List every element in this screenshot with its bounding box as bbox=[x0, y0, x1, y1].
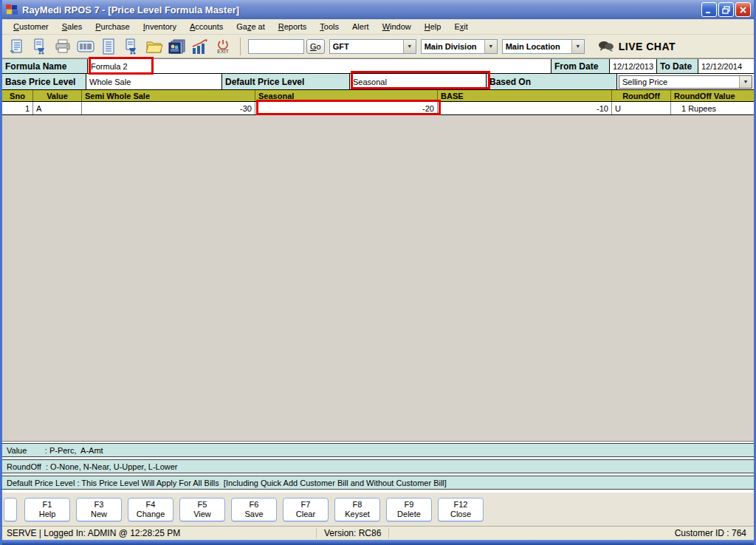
from-date-value[interactable]: 12/12/2013 bbox=[610, 59, 657, 73]
go-button[interactable]: Go bbox=[306, 39, 325, 54]
col-header-roundoff[interactable]: RoundOff bbox=[612, 90, 671, 101]
col-header-value[interactable]: Value bbox=[33, 90, 82, 101]
col-header-roundoff-value[interactable]: RoundOff Value bbox=[671, 90, 754, 101]
cell-base[interactable]: -10 bbox=[438, 102, 612, 114]
menu-exit[interactable]: Exit bbox=[447, 21, 474, 32]
based-on-select[interactable]: Selling Price ▼ bbox=[619, 75, 752, 89]
status-bar: SERVE | Logged In: ADMIN @ 12:28:25 PM V… bbox=[2, 526, 754, 540]
menu-window[interactable]: Window bbox=[376, 21, 418, 32]
chevron-down-icon[interactable]: ▼ bbox=[739, 76, 752, 88]
toolbar-separator bbox=[240, 38, 241, 55]
formula-name-label: Formula Name bbox=[2, 59, 88, 73]
base-price-level-label: Base Price Level bbox=[2, 74, 86, 89]
invoice-icon[interactable] bbox=[7, 36, 27, 57]
blank-button[interactable] bbox=[4, 498, 17, 521]
col-header-semi-whole-sale[interactable]: Semi Whole Sale bbox=[82, 90, 255, 101]
minimize-icon bbox=[705, 6, 713, 14]
location-select[interactable]: Main Location ▼ bbox=[502, 39, 585, 54]
formula-name-row: Formula Name From Date 12/12/2013 To Dat… bbox=[2, 58, 754, 74]
f1-help-button[interactable]: F1Help bbox=[24, 498, 70, 521]
company-select-value: GFT bbox=[330, 42, 403, 51]
formula-name-input[interactable] bbox=[88, 59, 551, 73]
app-logo-icon bbox=[5, 4, 18, 16]
title-bar: RayMedi RPOS 7 - [Price Level Formula Ma… bbox=[2, 0, 754, 19]
close-icon bbox=[739, 6, 747, 14]
cell-sno[interactable]: 1 bbox=[2, 102, 33, 114]
chevron-down-icon[interactable]: ▼ bbox=[571, 40, 584, 53]
toolbar: EXIT Go GFT ▼ Main Division ▼ Main Locat… bbox=[2, 35, 754, 58]
sales-cart-icon[interactable] bbox=[30, 36, 50, 57]
f12-close-button[interactable]: F12Close bbox=[438, 498, 484, 521]
menu-tools[interactable]: Tools bbox=[313, 21, 346, 32]
purchase-cart-icon[interactable] bbox=[121, 36, 142, 57]
cell-roundoff[interactable]: U bbox=[612, 102, 671, 114]
menu-help[interactable]: Help bbox=[418, 21, 448, 32]
menu-sales[interactable]: Sales bbox=[55, 21, 89, 32]
chevron-down-icon[interactable]: ▼ bbox=[484, 40, 497, 53]
col-header-sno[interactable]: Sno bbox=[2, 90, 33, 101]
legend-value-line: Value : P-Perc, A-Amt bbox=[2, 443, 754, 457]
division-select[interactable]: Main Division ▼ bbox=[421, 39, 498, 54]
legend-roundoff-line: RoundOff : O-None, N-Near, U-Upper, L-Lo… bbox=[2, 459, 754, 473]
app-window: RayMedi RPOS 7 - [Price Level Formula Ma… bbox=[0, 0, 756, 545]
menu-bar: Customer Sales Purchase Inventory Accoun… bbox=[2, 19, 754, 35]
f9-delete-button[interactable]: F9Delete bbox=[386, 498, 432, 521]
col-header-base[interactable]: BASE bbox=[438, 90, 612, 101]
based-on-select-value: Selling Price bbox=[619, 78, 739, 86]
exit-icon-caption: EXIT bbox=[217, 49, 229, 54]
f5-view-button[interactable]: F5View bbox=[179, 498, 225, 521]
menu-reports[interactable]: Reports bbox=[272, 21, 314, 32]
cell-roundoff-value[interactable]: 1 Rupees bbox=[671, 102, 754, 114]
legend-panel: Value : P-Perc, A-Amt RoundOff : O-None,… bbox=[2, 441, 754, 492]
cell-seasonal[interactable]: -20 bbox=[255, 102, 438, 114]
window-title: RayMedi RPOS 7 - [Price Level Formula Ma… bbox=[22, 4, 700, 16]
f4-change-button[interactable]: F4Change bbox=[128, 498, 173, 521]
price-level-row: Base Price Level Default Price Level Bas… bbox=[2, 74, 754, 90]
quick-search-input[interactable] bbox=[248, 39, 304, 54]
default-price-level-input[interactable] bbox=[350, 74, 486, 89]
menu-gaze-at[interactable]: Gaze at bbox=[230, 21, 272, 32]
menu-accounts[interactable]: Accounts bbox=[183, 21, 230, 32]
chat-bubbles-icon bbox=[598, 41, 614, 52]
status-logged-in: SERVE | Logged In: ADMIN @ 12:28:25 PM bbox=[2, 528, 317, 538]
to-date-label: To Date bbox=[657, 59, 698, 73]
table-row[interactable]: 1 A -30 -20 -10 U 1 Rupees bbox=[2, 102, 754, 115]
chevron-down-icon[interactable]: ▼ bbox=[403, 40, 416, 53]
live-chat-button[interactable]: LIVE CHAT bbox=[598, 41, 676, 52]
company-select[interactable]: GFT ▼ bbox=[329, 39, 416, 54]
table-header-row: Sno Value Semi Whole Sale Seasonal BASE … bbox=[2, 90, 754, 102]
f6-save-button[interactable]: F6Save bbox=[231, 498, 277, 521]
chart-icon[interactable] bbox=[190, 36, 210, 57]
division-select-value: Main Division bbox=[422, 42, 484, 51]
exit-icon[interactable]: EXIT bbox=[213, 36, 233, 57]
f7-clear-button[interactable]: F7Clear bbox=[283, 498, 329, 521]
status-version: Version: RC86 bbox=[317, 528, 389, 538]
f3-new-button[interactable]: F3New bbox=[76, 498, 122, 521]
menu-customer[interactable]: Customer bbox=[7, 21, 55, 32]
print-icon[interactable] bbox=[52, 36, 73, 57]
menu-purchase[interactable]: Purchase bbox=[89, 21, 136, 32]
status-customer-id: Customer ID : 764 bbox=[389, 528, 754, 538]
f8-keyset-button[interactable]: F8Keyset bbox=[334, 498, 380, 521]
from-date-label: From Date bbox=[551, 59, 610, 73]
restore-button[interactable] bbox=[718, 2, 734, 17]
function-key-bar: F1Help F3New F4Change F5View F6Save F7Cl… bbox=[2, 492, 754, 526]
cell-value[interactable]: A bbox=[33, 102, 82, 114]
restore-icon bbox=[722, 6, 730, 14]
location-select-value: Main Location bbox=[503, 42, 571, 51]
close-button[interactable] bbox=[735, 2, 751, 17]
default-price-level-label: Default Price Level bbox=[222, 74, 350, 89]
to-date-value[interactable]: 12/12/2014 bbox=[698, 59, 754, 73]
menu-alert[interactable]: Alert bbox=[346, 21, 376, 32]
col-header-seasonal[interactable]: Seasonal bbox=[255, 90, 438, 101]
base-price-level-input[interactable] bbox=[86, 74, 221, 89]
accounts-icon[interactable] bbox=[167, 36, 188, 57]
stock-list-icon[interactable] bbox=[98, 36, 119, 57]
folder-open-icon[interactable] bbox=[144, 36, 165, 57]
window-bottom-edge bbox=[2, 540, 754, 545]
cell-semi-whole-sale[interactable]: -30 bbox=[82, 102, 255, 114]
legend-default-price-level-line: Default Price Level : This Price Level W… bbox=[2, 476, 754, 490]
minimize-button[interactable] bbox=[701, 2, 717, 17]
menu-inventory[interactable]: Inventory bbox=[137, 21, 183, 32]
barcode-icon[interactable] bbox=[75, 36, 96, 57]
